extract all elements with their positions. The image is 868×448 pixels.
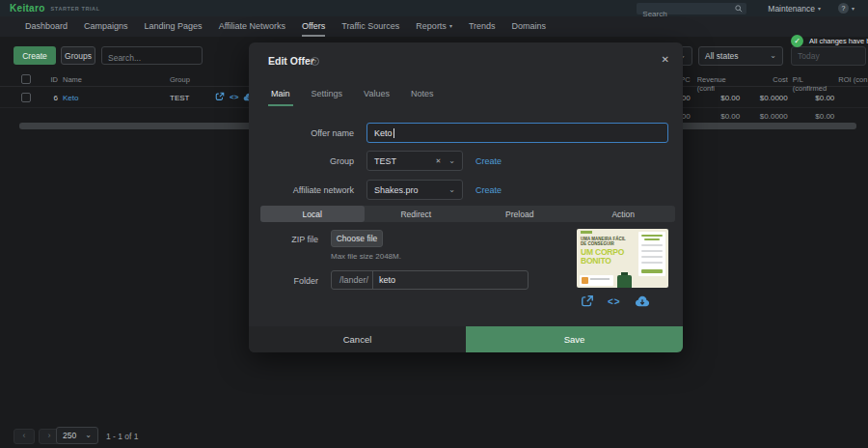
nav-domains[interactable]: Domains [512,16,547,37]
chevron-down-icon: ⌄ [448,159,455,163]
offers-search-input[interactable] [102,50,202,67]
nav-reports[interactable]: Reports ▾ [416,16,452,37]
toast-message: All changes have bee [809,37,868,45]
tab-values[interactable]: Values [361,89,393,106]
modal-tabs: Main Settings Values Notes [268,89,436,106]
create-group-link[interactable]: Create [475,156,502,166]
total-cost: $0.0000 [740,112,788,121]
folder-label: Folder [260,276,318,286]
text-cursor [393,128,394,138]
tab-settings[interactable]: Settings [309,89,346,106]
maintenance-menu[interactable]: Maintenance ▾ [768,4,821,14]
cloud-download-icon[interactable] [635,295,650,307]
date-filter-value: Today [798,51,820,61]
create-offer-button[interactable]: Create [14,46,56,65]
row-group: TEST [170,94,189,102]
page-size-value: 250 [63,431,76,440]
groups-button[interactable]: Groups [61,46,95,65]
chevron-down-icon: ⌄ [448,188,455,192]
nav-campaigns[interactable]: Campaigns [84,16,128,37]
close-icon[interactable]: ✕ [662,54,669,65]
create-network-link[interactable]: Create [475,185,502,195]
affiliate-network-select[interactable]: Shakes.pro ⌄ [366,180,463,200]
offer-name-label: Offer name [262,128,354,138]
search-icon [735,5,743,13]
global-search[interactable] [637,3,746,14]
preview-product [617,275,632,288]
save-button[interactable]: Save [466,326,683,352]
plan-badge: STARTER TRIAL [51,6,100,12]
app-logo: Keitaro [10,3,45,14]
action-tab-redirect[interactable]: Redirect [365,206,469,222]
landing-preview-thumbnail[interactable]: UMA MANEIRA FÁCIL DE CONSEGUIR UM CORPO … [577,229,668,288]
zip-size-hint: Max file size 2048M. [331,252,401,261]
action-tab-local[interactable]: Local [260,206,365,222]
maintenance-label: Maintenance [768,4,815,14]
pagination-range: 1 - 1 of 1 [106,432,139,441]
row-id: 6 [35,94,58,102]
modal-title: Edit Offer [268,55,314,67]
preview-badge [580,275,613,286]
cell-roi [834,94,868,102]
folder-input[interactable]: /lander/ keto [331,270,529,290]
chevron-down-icon: ⌄ [85,434,92,437]
preview-headline2: BONITO [581,257,611,266]
preview-form-card [638,232,665,276]
tab-notes[interactable]: Notes [408,89,437,106]
chevron-down-icon: ▾ [449,23,452,29]
group-select[interactable]: TEST ✕ ⌄ [366,151,463,171]
folder-prefix: /lander/ [332,275,372,285]
modal-footer: Cancel Save [249,326,683,352]
tab-main[interactable]: Main [268,89,293,106]
cancel-button[interactable]: Cancel [249,326,466,352]
toast-notification: ✓ All changes have bee [791,33,868,48]
preview-actions: <> [581,294,650,308]
preview-logo [581,231,592,234]
check-icon: ✓ [791,35,803,47]
edit-offer-modal: Edit Offer ? ✕ Main Settings Values Note… [249,42,683,352]
row-checkbox[interactable] [21,93,31,102]
date-filter-select[interactable]: Today [791,46,866,66]
cell-pl: $0.00 [788,94,835,102]
total-roi [834,112,868,121]
folder-value: keto [373,275,395,285]
nav-affiliate-networks[interactable]: Affiliate Networks [219,16,285,37]
open-link-icon[interactable] [581,294,594,308]
nav-traffic-sources[interactable]: Traffic Sources [341,16,399,37]
nav-trends[interactable]: Trends [469,16,496,37]
col-id[interactable]: ID [35,75,58,84]
open-link-icon[interactable] [215,92,225,101]
code-icon[interactable]: <> [230,93,238,101]
total-pl: $0.00 [788,112,835,121]
action-tab-action[interactable]: Action [572,206,676,222]
zip-file-label: ZIP file [260,235,318,244]
page-size-select[interactable]: 250 ⌄ [56,427,98,444]
offer-action-tabs: Local Redirect Preload Action [260,206,675,222]
states-filter-value: All states [705,51,739,61]
nav-landing-pages[interactable]: Landing Pages [145,16,203,37]
help-icon[interactable]: ? [311,57,319,66]
clear-icon[interactable]: ✕ [435,157,441,165]
help-icon: ? [838,3,849,14]
col-name[interactable]: Name [63,75,82,84]
nav-dashboard[interactable]: Dashboard [25,16,68,37]
select-all-checkbox[interactable] [21,74,31,84]
action-tab-preload[interactable]: Preload [468,206,572,222]
main-nav: Dashboard Campaigns Landing Pages Affili… [0,16,868,37]
help-menu[interactable]: ? ▾ [838,3,854,14]
offers-search[interactable] [101,46,203,65]
preview-line2: DE CONSEGUIR [581,241,614,246]
total-revenue: $0.00 [691,112,741,121]
code-icon[interactable]: <> [608,296,621,307]
chevron-down-icon: ▾ [818,6,821,12]
prev-page-button[interactable]: ‹ [14,429,35,444]
cell-cost: $0.0000 [740,94,788,102]
group-label: Group [262,156,354,166]
choose-file-button[interactable]: Choose file [331,230,383,247]
nav-offers[interactable]: Offers [302,16,325,37]
offer-name-link[interactable]: Keto [63,94,78,102]
offer-name-input[interactable]: Keto [366,123,668,143]
states-filter-select[interactable]: All states ⌄ [698,46,783,66]
col-group[interactable]: Group [170,75,190,84]
affiliate-network-label: Affiliate network [262,185,354,195]
